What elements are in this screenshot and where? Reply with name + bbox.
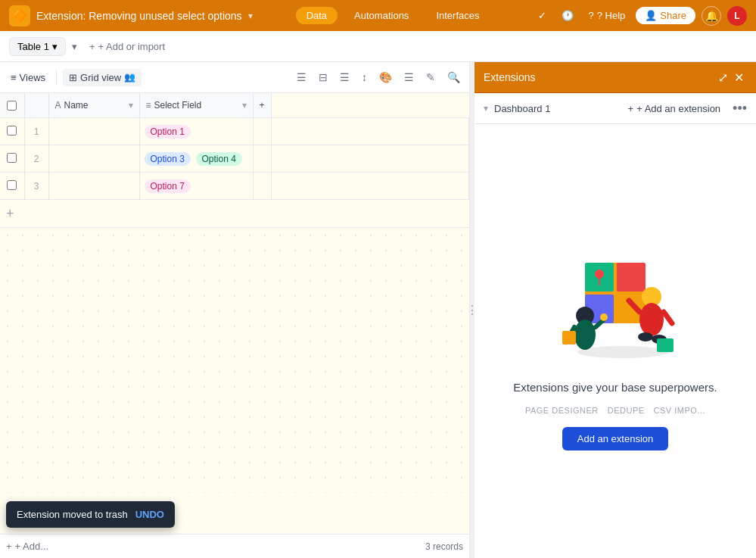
- snackbar: Extension moved to trash UNDO: [6, 501, 175, 528]
- option-tag[interactable]: Option 4: [196, 152, 242, 166]
- add-row[interactable]: +: [0, 200, 469, 228]
- tag-dedupe: DEDUPE: [608, 406, 645, 415]
- table-row: 3 Option 7: [0, 173, 469, 200]
- svg-point-6: [574, 320, 596, 350]
- extensions-content: Extensions give your base superpowers. P…: [474, 124, 756, 558]
- row-checkbox[interactable]: [7, 180, 17, 190]
- title-chevron[interactable]: ▾: [248, 11, 253, 21]
- row-height-btn[interactable]: ☰: [401, 68, 417, 86]
- history-btn[interactable]: 🕐: [557, 7, 578, 24]
- table-chevron: ▾: [52, 41, 58, 52]
- svg-point-11: [639, 303, 664, 336]
- app-logo: 🔶: [9, 5, 30, 26]
- svg-line-13: [664, 312, 672, 323]
- th-rownum: [24, 93, 48, 118]
- row3-spacer: [271, 173, 468, 200]
- svg-point-14: [638, 332, 653, 341]
- select-header-label: Select Field: [154, 100, 202, 111]
- svg-point-16: [595, 270, 604, 279]
- right-panel: Extensions ⤢ ✕ ▾ Dashboard 1 + + Add an …: [474, 62, 756, 558]
- table-name: Table 1: [17, 41, 49, 52]
- expand-btn[interactable]: ✎: [423, 68, 438, 86]
- add-extension-cta[interactable]: Add an extension: [562, 427, 668, 450]
- row3-options[interactable]: Option 7: [139, 173, 253, 200]
- share-button[interactable]: 👤 Share: [636, 7, 695, 24]
- add-record-button[interactable]: + + Add...: [6, 541, 48, 552]
- row3-name[interactable]: [48, 173, 139, 200]
- undo-button[interactable]: UNDO: [135, 509, 164, 520]
- grid-view-btn[interactable]: ⊞ Grid view 👥: [63, 69, 142, 86]
- row2-checkbox[interactable]: [0, 145, 24, 173]
- row1-name[interactable]: [48, 118, 139, 145]
- views-bar: ≡ Views ⊞ Grid view 👥 ☰ ⊟ ☰ ↕ 🎨 ☰ ✎ 🔍: [0, 62, 469, 93]
- dashboard-header: ▾ Dashboard 1 + + Add an extension •••: [474, 93, 756, 124]
- dashboard-more-btn[interactable]: •••: [733, 101, 747, 117]
- expand-extensions-btn[interactable]: ⤢: [715, 67, 731, 88]
- filter-btn[interactable]: ⊟: [316, 68, 331, 86]
- th-name[interactable]: A Name ▾: [48, 93, 139, 118]
- row3-checkbox[interactable]: [0, 173, 24, 200]
- tag-page-designer: PAGE DESIGNER: [525, 406, 599, 415]
- option-tag[interactable]: Option 3: [145, 152, 191, 166]
- snackbar-message: Extension moved to trash: [17, 509, 128, 520]
- group-btn[interactable]: ☰: [337, 68, 353, 86]
- add-field-icon: +: [260, 100, 265, 111]
- row2-num: 2: [24, 145, 48, 173]
- search-btn[interactable]: 🔍: [444, 68, 463, 86]
- row-checkbox[interactable]: [7, 126, 17, 136]
- row3-num: 3: [24, 173, 48, 200]
- help-icon: ?: [589, 10, 594, 21]
- share-icon: 👤: [645, 10, 657, 21]
- help-btn[interactable]: ? ? Help: [584, 7, 630, 24]
- views-toggle[interactable]: ≡ Views: [6, 69, 50, 86]
- table-row: 2 Option 3 Option 4: [0, 145, 469, 173]
- left-panel: ≡ Views ⊞ Grid view 👥 ☰ ⊟ ☰ ↕ 🎨 ☰ ✎ 🔍: [0, 62, 470, 558]
- people-icon: 👥: [124, 72, 135, 83]
- color-btn[interactable]: 🎨: [376, 68, 395, 86]
- name-sort-icon: ▾: [129, 100, 133, 111]
- tab-automations[interactable]: Automations: [344, 7, 419, 24]
- row2-options[interactable]: Option 3 Option 4: [139, 145, 253, 173]
- avatar[interactable]: L: [727, 6, 747, 26]
- sort-btn[interactable]: ↕: [359, 68, 370, 86]
- notification-bell[interactable]: 🔔: [702, 6, 721, 26]
- grid-container: A Name ▾ ≡ Select Field ▾: [0, 93, 469, 534]
- row1-options[interactable]: Option 1: [139, 118, 253, 145]
- close-extensions-btn[interactable]: ✕: [731, 67, 747, 88]
- th-spacer: [271, 93, 468, 118]
- add-extension-button[interactable]: + + Add an extension: [622, 100, 727, 117]
- option-tag[interactable]: Option 7: [145, 179, 191, 193]
- th-add-field[interactable]: +: [253, 93, 271, 118]
- dashboard-title: Dashboard 1: [494, 103, 550, 114]
- row2-spacer: [271, 145, 468, 173]
- select-all-checkbox[interactable]: [7, 101, 17, 111]
- th-select-field[interactable]: ≡ Select Field ▾: [139, 93, 253, 118]
- extensions-description: Extensions give your base superpowers.: [513, 381, 717, 394]
- add-import-button[interactable]: + + Add or import: [83, 38, 171, 55]
- row1-num: 1: [24, 118, 48, 145]
- row-checkbox[interactable]: [7, 153, 17, 163]
- row2-name[interactable]: [48, 145, 139, 173]
- svg-rect-2: [617, 263, 646, 291]
- add-row-btn[interactable]: +: [0, 200, 469, 227]
- check-icon-btn[interactable]: ✓: [534, 7, 551, 24]
- row1-checkbox[interactable]: [0, 118, 24, 145]
- dashboard-chevron[interactable]: ▾: [484, 103, 488, 114]
- select-sort-icon: ▾: [242, 100, 247, 111]
- extensions-header: Extensions ⤢ ✕: [474, 62, 756, 93]
- grid-table: A Name ▾ ≡ Select Field ▾: [0, 93, 469, 228]
- row1-spacer: [271, 118, 468, 145]
- tab-data[interactable]: Data: [296, 7, 338, 24]
- extensions-illustration: [540, 232, 691, 369]
- table-selector[interactable]: Table 1 ▾: [9, 37, 66, 56]
- top-nav: 🔶 Extension: Removing unused select opti…: [0, 0, 756, 31]
- tab-interfaces[interactable]: Interfaces: [425, 7, 490, 24]
- option-tag[interactable]: Option 1: [145, 125, 191, 139]
- th-checkbox[interactable]: [0, 93, 24, 118]
- table-chevron-btn[interactable]: ▾: [69, 38, 80, 55]
- extensions-body: ▾ Dashboard 1 + + Add an extension •••: [474, 93, 756, 558]
- table-row: 1 Option 1: [0, 118, 469, 145]
- plus-icon: +: [6, 541, 12, 552]
- toolbar: Table 1 ▾ ▾ + + Add or import: [0, 31, 756, 62]
- hide-fields-btn[interactable]: ☰: [294, 68, 310, 86]
